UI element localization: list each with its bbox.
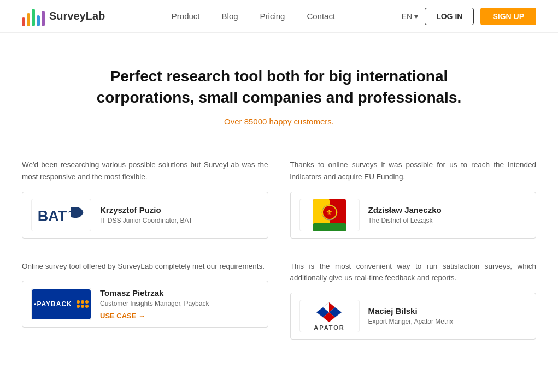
- testimonial-3: Online survey tool offered by SurveyLab …: [22, 260, 268, 340]
- language-selector[interactable]: EN ▾: [402, 12, 418, 21]
- testimonial-1: We'd been researching various possible s…: [22, 159, 268, 238]
- payback-logo: •PAYBACK: [31, 288, 91, 320]
- testimonial-3-card: •PAYBACK Tomasz Pietrzak Customer Insigh…: [22, 281, 268, 328]
- hero-headline: Perfect research tool both for big inter…: [88, 66, 471, 108]
- logo-text: SurveyLab: [49, 10, 105, 22]
- nav-blog[interactable]: Blog: [222, 11, 238, 21]
- district-logo: ⚜: [299, 199, 360, 231]
- testimonial-2-text: Thanks to online surveys it was possible…: [290, 159, 537, 182]
- nav-right: EN ▾ LOG IN SIGN UP: [402, 8, 536, 25]
- testimonial-2-info: Zdzisław Janeczko The District of Leżajs…: [368, 205, 442, 224]
- testimonial-4-text: This is the most convenient way to run s…: [290, 260, 537, 284]
- testimonial-row-2: Online survey tool offered by SurveyLab …: [22, 260, 536, 340]
- svg-text:⚜: ⚜: [326, 208, 333, 217]
- testimonial-4: This is the most convenient way to run s…: [290, 260, 537, 340]
- use-case-link[interactable]: USE CASE →: [100, 312, 145, 320]
- login-button[interactable]: LOG IN: [425, 8, 474, 25]
- testimonial-1-title: IT DSS Junior Coordinator, BAT: [100, 217, 192, 224]
- testimonial-3-text: Online survey tool offered by SurveyLab …: [22, 260, 268, 272]
- apator-logo: APATOR: [299, 300, 360, 332]
- logo[interactable]: SurveyLab: [22, 7, 105, 26]
- testimonial-2-name: Zdzisław Janeczko: [368, 205, 442, 215]
- testimonial-3-title: Customer Insights Manager, Payback: [100, 300, 209, 307]
- testimonial-1-info: Krzysztof Puzio IT DSS Junior Coordinato…: [100, 205, 192, 224]
- logo-icon: [22, 7, 45, 26]
- testimonial-3-name: Tomasz Pietrzak: [100, 288, 209, 298]
- bat-logo: BAT: [31, 199, 91, 231]
- testimonial-2-card: ⚜ Zdzisław Janeczko The District of Leża…: [290, 192, 537, 239]
- testimonial-4-card: APATOR Maciej Bilski Export Manger, Apat…: [290, 293, 537, 340]
- testimonial-1-text: We'd been researching various possible s…: [22, 159, 268, 182]
- testimonial-2: Thanks to online surveys it was possible…: [290, 159, 537, 238]
- testimonial-4-name: Maciej Bilski: [368, 306, 453, 316]
- testimonial-4-info: Maciej Bilski Export Manger, Apator Metr…: [368, 306, 453, 325]
- testimonial-1-name: Krzysztof Puzio: [100, 205, 192, 215]
- nav-links: Product Blog Pricing Contact: [172, 11, 335, 21]
- testimonial-2-title: The District of Leżajsk: [368, 217, 442, 224]
- chevron-down-icon: ▾: [414, 12, 418, 21]
- hero-subtext: Over 85000 happy customers.: [11, 117, 547, 126]
- nav-pricing[interactable]: Pricing: [260, 11, 285, 21]
- testimonial-3-info: Tomasz Pietrzak Customer Insights Manage…: [100, 288, 209, 320]
- nav-contact[interactable]: Contact: [307, 11, 335, 21]
- testimonial-1-card: BAT Krzysztof Puzio IT DSS Junior Coordi…: [22, 192, 268, 239]
- testimonial-4-title: Export Manger, Apator Metrix: [368, 318, 453, 325]
- testimonial-row-1: We'd been researching various possible s…: [22, 159, 536, 238]
- nav-product[interactable]: Product: [172, 11, 200, 21]
- testimonials-section: We'd been researching various possible s…: [0, 148, 558, 383]
- signup-button[interactable]: SIGN UP: [480, 8, 536, 25]
- svg-rect-6: [313, 223, 346, 231]
- svg-text:BAT: BAT: [38, 208, 67, 224]
- hero-section: Perfect research tool both for big inter…: [0, 33, 558, 148]
